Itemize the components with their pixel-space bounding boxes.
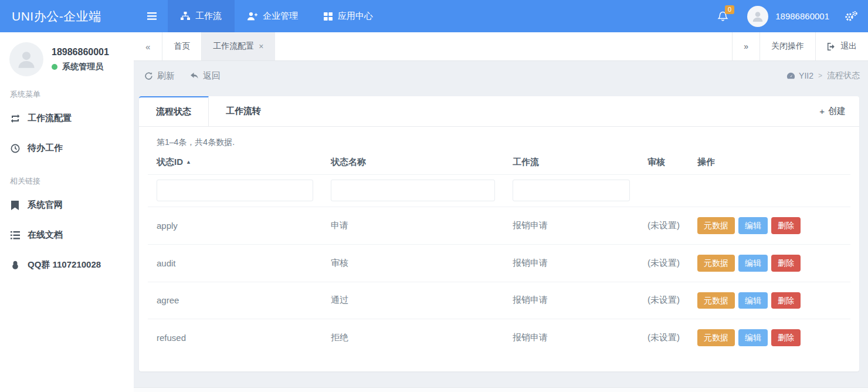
- nav-item-label: 企业管理: [263, 11, 298, 22]
- sidebar: 18986860001 系统管理员 系统菜单 工作流配置 待办工作 相关链接: [0, 32, 134, 392]
- person-icon: [751, 10, 764, 23]
- back-button[interactable]: 返回: [190, 70, 221, 82]
- cell-workflow: 报销申请: [504, 244, 639, 282]
- logout-label: 退出: [840, 41, 857, 52]
- edit-button[interactable]: 编辑: [738, 292, 768, 309]
- sidebar-item-workflow-config[interactable]: 工作流配置: [0, 103, 134, 133]
- sort-asc-icon: ▲: [186, 159, 191, 165]
- delete-button[interactable]: 删除: [771, 255, 801, 272]
- edit-button[interactable]: 编辑: [738, 217, 768, 234]
- sidebar-item-online-docs[interactable]: 在线文档: [0, 220, 134, 250]
- clock-icon: [10, 144, 20, 153]
- column-header-audit: 审核: [639, 149, 689, 175]
- app-brand[interactable]: UNI办公-企业端: [0, 0, 136, 32]
- column-header-label: 状态ID: [157, 157, 183, 167]
- reply-icon: [190, 72, 199, 80]
- nav-item-enterprise[interactable]: 企业管理: [235, 0, 311, 32]
- sign-out-icon: [827, 42, 836, 51]
- column-header-label: 审核: [647, 157, 665, 167]
- sidebar-item-todo-work[interactable]: 待办工作: [0, 133, 134, 163]
- close-tab-icon[interactable]: ×: [259, 42, 263, 51]
- column-header-label: 工作流: [513, 157, 539, 167]
- page-tabstrip: « 首页 工作流配置 × » 关闭操作: [134, 32, 868, 61]
- filter-input-status-name[interactable]: [331, 180, 495, 201]
- cogs-icon: [845, 11, 857, 22]
- filter-input-status-id[interactable]: [157, 180, 313, 201]
- logout-button[interactable]: 退出: [815, 32, 868, 60]
- exchange-icon: [10, 114, 20, 123]
- delete-button[interactable]: 删除: [771, 292, 801, 309]
- close-operations-label: 关闭操作: [771, 41, 804, 52]
- metadata-button[interactable]: 元数据: [697, 329, 735, 346]
- edit-button[interactable]: 编辑: [738, 255, 768, 272]
- page-tab-home[interactable]: 首页: [162, 32, 201, 60]
- sidebar-toggle-button[interactable]: [136, 0, 168, 32]
- th-large-icon: [324, 12, 333, 21]
- metadata-button[interactable]: 元数据: [697, 292, 735, 309]
- top-navbar: UNI办公-企业端 工作流 企业管理 应用中心 0: [0, 0, 868, 32]
- table-row: agree 通过 报销申请 (未设置) 元数据编辑删除: [148, 282, 850, 319]
- create-button[interactable]: + 创建: [806, 96, 859, 126]
- nav-item-label: 工作流: [195, 11, 222, 22]
- panel-tabs: 流程状态 工作流转 + 创建: [139, 96, 859, 127]
- results-summary: 第1–4条，共4条数据.: [157, 137, 850, 148]
- sidebar-item-qq-group[interactable]: QQ群 1107210028: [0, 250, 134, 280]
- tab-workflow-transfer[interactable]: 工作流转: [209, 96, 278, 126]
- cell-audit: (未设置): [639, 282, 689, 319]
- metadata-button[interactable]: 元数据: [697, 217, 735, 234]
- breadcrumb-separator: >: [818, 72, 822, 80]
- edit-button[interactable]: 编辑: [738, 329, 768, 346]
- tabs-scroll-right-button[interactable]: »: [732, 32, 760, 60]
- column-header-actions: 操作: [689, 149, 850, 175]
- sidebar-item-label: 系统官网: [28, 200, 63, 211]
- page-tab-label: 首页: [174, 41, 190, 52]
- refresh-label: 刷新: [157, 70, 175, 82]
- breadcrumb: YII2 > 流程状态: [786, 70, 860, 81]
- close-operations-button[interactable]: 关闭操作: [760, 32, 815, 60]
- sidebar-item-label: QQ群 1107210028: [28, 259, 101, 271]
- nav-item-label: 应用中心: [338, 11, 373, 22]
- column-header-status-id[interactable]: 状态ID▲: [148, 149, 322, 175]
- page-tab-workflow-config[interactable]: 工作流配置 ×: [201, 32, 274, 60]
- delete-button[interactable]: 删除: [771, 329, 801, 346]
- username-label[interactable]: 18986860001: [775, 11, 829, 21]
- settings-button[interactable]: [842, 0, 868, 32]
- tabs-scroll-left-button[interactable]: «: [134, 32, 162, 60]
- column-header-workflow[interactable]: 工作流: [504, 149, 639, 175]
- sidebar-item-official-site[interactable]: 系统官网: [0, 190, 134, 220]
- sidebar-profile: 18986860001 系统管理员: [0, 42, 134, 76]
- column-header-status-name[interactable]: 状态名称: [322, 149, 504, 175]
- tab-process-status[interactable]: 流程状态: [139, 96, 209, 126]
- profile-username: 18986860001: [52, 47, 109, 58]
- notifications-button[interactable]: 0: [707, 0, 739, 32]
- profile-avatar[interactable]: [9, 42, 43, 76]
- cell-workflow: 报销申请: [504, 319, 639, 356]
- table-row: audit 审核 报销申请 (未设置) 元数据编辑删除: [148, 244, 850, 282]
- user-avatar[interactable]: [747, 6, 768, 27]
- column-header-label: 操作: [697, 157, 715, 167]
- list-icon: [10, 231, 20, 239]
- nav-item-workflow[interactable]: 工作流: [168, 0, 235, 32]
- table-filter-row: [148, 175, 850, 207]
- filter-input-workflow[interactable]: [513, 180, 630, 201]
- profile-role-label: 系统管理员: [62, 62, 103, 72]
- delete-button[interactable]: 删除: [771, 217, 801, 234]
- nav-item-appcenter[interactable]: 应用中心: [311, 0, 386, 32]
- panel-tab-label: 工作流转: [226, 106, 261, 117]
- dashboard-icon: [786, 72, 795, 79]
- footer-strip: [134, 387, 868, 392]
- breadcrumb-home[interactable]: YII2: [786, 71, 813, 80]
- cell-status-id: agree: [148, 282, 322, 319]
- refresh-button[interactable]: 刷新: [144, 70, 175, 82]
- online-status-dot: [52, 64, 57, 70]
- sidebar-section-related-links: 相关链接: [0, 163, 134, 190]
- qq-icon: [10, 261, 20, 270]
- cell-status-id: refused: [148, 319, 322, 356]
- refresh-icon: [144, 72, 153, 80]
- breadcrumb-current: 流程状态: [827, 70, 860, 81]
- metadata-button[interactable]: 元数据: [697, 255, 735, 272]
- sidebar-item-label: 待办工作: [28, 143, 63, 154]
- bookmark-icon: [10, 201, 20, 210]
- create-label: 创建: [828, 106, 846, 117]
- sidebar-section-system-menu: 系统菜单: [0, 76, 134, 103]
